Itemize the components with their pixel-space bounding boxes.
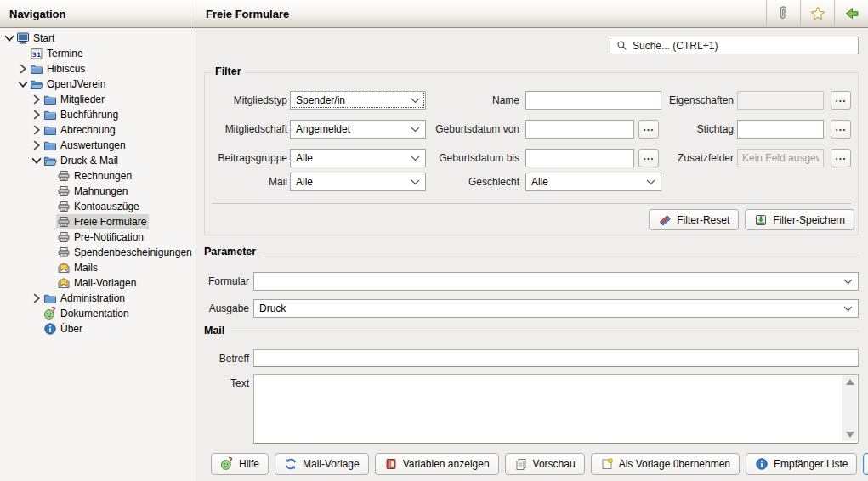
chevron-down-icon[interactable] xyxy=(17,78,29,90)
mitgliedstyp-value: Spender/in xyxy=(296,94,407,106)
nav-item-rechnungen[interactable]: Rechnungen xyxy=(0,168,195,184)
nav-item-body[interactable]: Pre-Notification xyxy=(56,229,146,245)
ausgabe-select[interactable]: Druck xyxy=(253,299,859,318)
mitgliedschaft-select[interactable]: Angemeldet xyxy=(290,120,426,139)
geburtsdatum-bis-input[interactable] xyxy=(525,149,634,167)
geschlecht-value: Alle xyxy=(531,176,643,188)
nav-item-body[interactable]: Auswertungen xyxy=(43,138,128,153)
star-icon xyxy=(809,5,826,22)
paperclip-button[interactable] xyxy=(766,0,800,27)
tree-indent xyxy=(17,48,29,59)
nav-item-auswertungen[interactable]: Auswertungen xyxy=(0,138,195,153)
filter-buttons: Filter-ResetFilter-Speichern xyxy=(649,209,854,230)
nav-item-body[interactable]: Hibiscus xyxy=(29,61,88,76)
nav-item-dokumentation[interactable]: ?Dokumentation xyxy=(0,306,195,321)
nav-item-label: Mitglieder xyxy=(60,93,105,105)
star-button[interactable] xyxy=(800,0,834,27)
chevron-down-icon[interactable] xyxy=(31,155,43,167)
mail-select[interactable]: Alle xyxy=(290,173,426,191)
nav-item-body[interactable]: 31Termine xyxy=(29,46,86,61)
als-vorlage-bernehmen-button[interactable]: Als Vorlage übernehmen xyxy=(591,453,740,475)
stichtag-browse-button[interactable]: ... xyxy=(831,120,851,139)
chevron-right-icon[interactable] xyxy=(31,124,43,136)
variablen-anzeigen-button[interactable]: Variablen anzeigen xyxy=(375,453,499,475)
mail-text-area[interactable] xyxy=(253,374,859,444)
nav-item-mitglieder[interactable]: Mitglieder xyxy=(0,92,195,107)
nav-item-abrechnung[interactable]: Abrechnung xyxy=(0,122,195,138)
chevron-right-icon[interactable] xyxy=(31,292,43,304)
nav-item-body[interactable]: Mails xyxy=(56,260,100,275)
tree-indent xyxy=(44,262,56,274)
chevron-right-icon[interactable] xyxy=(31,93,43,105)
button-label: Empfänger Liste xyxy=(774,458,848,470)
nav-item-body[interactable]: Über xyxy=(43,321,85,337)
nav-item-body[interactable]: Start xyxy=(15,31,57,46)
scroll-down-icon[interactable] xyxy=(846,432,854,438)
nav-item-body[interactable]: Spendenbescheinigungen xyxy=(56,245,195,260)
mail-vorlage-button[interactable]: Mail-Vorlage xyxy=(275,453,369,475)
nav-item-body[interactable]: Mitglieder xyxy=(43,92,107,107)
eigenschaften-label: Eigenschaften xyxy=(621,91,734,110)
nav-selection[interactable]: Freie Formulare xyxy=(56,214,149,229)
tree-indent xyxy=(44,216,56,228)
hilfe-button[interactable]: ?Hilfe xyxy=(211,453,269,475)
beitragsgruppe-select[interactable]: Alle xyxy=(290,149,426,167)
mitgliedschaft-value: Angemeldet xyxy=(296,123,407,135)
nav-item-start[interactable]: Start xyxy=(0,31,195,46)
nav-item-body[interactable]: OpenJVerein xyxy=(29,76,108,92)
nav-item-body[interactable]: Mail-Vorlagen xyxy=(56,275,139,291)
eigenschaften-browse-button[interactable]: ... xyxy=(831,91,851,110)
chevron-down-icon[interactable] xyxy=(3,32,15,44)
nav-item-druck-mail[interactable]: Druck & Mail xyxy=(0,153,195,168)
nav-item-ber[interactable]: Über xyxy=(0,321,195,337)
nav-item-mails[interactable]: Mails xyxy=(0,260,195,275)
back-arrow-button[interactable] xyxy=(834,0,868,27)
empf-nger-liste-button[interactable]: Empfänger Liste xyxy=(746,453,857,475)
app-window: Navigation Start31TermineHibiscusOpenJVe… xyxy=(0,0,868,481)
chevron-right-icon[interactable] xyxy=(31,139,43,151)
filter-groupbox: Filter MitgliedstypSpender/inMitgliedsch… xyxy=(204,72,859,235)
nav-item-body[interactable]: ?Dokumentation xyxy=(43,306,132,321)
starten-button[interactable]: Starten xyxy=(863,453,868,475)
mitgliedstyp-select[interactable]: Spender/in xyxy=(290,91,426,110)
filter-separator xyxy=(212,203,851,204)
nav-item-label: Dokumentation xyxy=(60,308,129,320)
mail-heading-rule xyxy=(231,331,859,331)
chevron-right-icon[interactable] xyxy=(17,63,29,75)
nav-item-label: Druck & Mail xyxy=(60,155,118,167)
filter-speichern-button[interactable]: Filter-Speichern xyxy=(745,209,854,230)
zusatzfelder-browse-button[interactable]: ... xyxy=(831,149,851,167)
nav-item-mahnungen[interactable]: Mahnungen xyxy=(0,184,195,199)
nav-item-pre-notification[interactable]: Pre-Notification xyxy=(0,229,195,245)
formular-select[interactable] xyxy=(253,272,859,291)
nav-item-body[interactable]: Kontoauszüge xyxy=(56,199,142,214)
vorschau-button[interactable]: Vorschau xyxy=(505,453,585,475)
nav-item-spendenbescheinigungen[interactable]: Spendenbescheinigungen xyxy=(0,245,195,260)
geburtsdatum-von-input[interactable] xyxy=(525,120,634,139)
nav-item-administration[interactable]: Administration xyxy=(0,291,195,306)
nav-item-body[interactable]: Abrechnung xyxy=(43,122,118,138)
nav-item-body[interactable]: Administration xyxy=(43,291,128,306)
nav-item-body[interactable]: Rechnungen xyxy=(56,168,134,184)
stichtag-input[interactable] xyxy=(737,120,824,139)
nav-item-kontoausz-ge[interactable]: Kontoauszüge xyxy=(0,199,195,214)
filter-reset-button[interactable]: Filter-Reset xyxy=(649,209,739,230)
nav-item-buchf-hrung[interactable]: Buchführung xyxy=(0,107,195,122)
nav-item-body[interactable]: Mahnungen xyxy=(56,184,130,199)
mail-text-scrollbar[interactable] xyxy=(842,376,857,441)
nav-item-hibiscus[interactable]: Hibiscus xyxy=(0,61,195,76)
nav-item-mail-vorlagen[interactable]: Mail-Vorlagen xyxy=(0,275,195,291)
formular-label: Formular xyxy=(204,272,249,291)
chevron-right-icon[interactable] xyxy=(31,109,43,121)
button-label: Filter-Reset xyxy=(677,214,729,226)
nav-item-termine[interactable]: 31Termine xyxy=(0,46,195,61)
mail-title: Mail xyxy=(204,325,224,337)
search-input[interactable]: Suche... (CTRL+1) xyxy=(610,37,859,54)
scroll-up-icon[interactable] xyxy=(846,379,854,385)
geschlecht-select[interactable]: Alle xyxy=(525,173,661,191)
nav-item-body[interactable]: Druck & Mail xyxy=(43,153,121,168)
betreff-input[interactable] xyxy=(253,349,859,367)
nav-item-body[interactable]: Buchführung xyxy=(43,107,121,122)
nav-item-openjverein[interactable]: OpenJVerein xyxy=(0,76,195,92)
nav-item-freie-formulare[interactable]: Freie Formulare xyxy=(0,214,195,229)
